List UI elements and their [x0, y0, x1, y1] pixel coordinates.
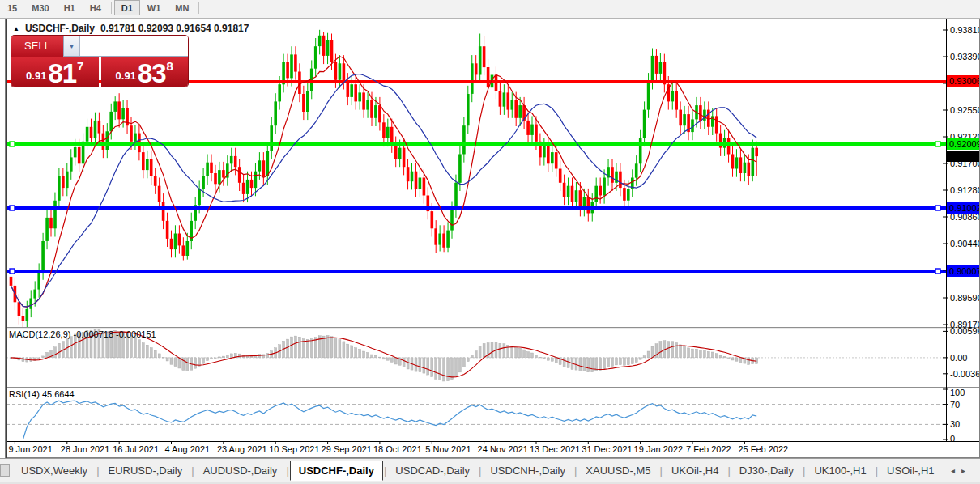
timeframe-15[interactable]: 15 [0, 0, 24, 15]
tab-dj30-daily[interactable]: DJ30-,Daily [731, 461, 802, 480]
timeframe-mn[interactable]: MN [168, 0, 196, 15]
ask-price-major: 0.91 [116, 70, 136, 82]
volume-decrease-button[interactable]: ▼ [64, 36, 80, 56]
price-tick-label: 0.90440 [950, 239, 980, 248]
tab-xauusd-m5[interactable]: XAUUSD-,M5 [577, 461, 658, 480]
current-price-tag: 0.91817 [947, 151, 980, 162]
date-tick-label: 28 Jun 2021 [61, 444, 110, 454]
price-tag-0.92009: 0.92009 [947, 138, 980, 150]
rsi-tick-label: 70 [950, 400, 960, 410]
chart-window: 0.938100.933900.929700.925500.921200.917… [5, 19, 980, 458]
ask-price-pips: 83 [138, 63, 166, 84]
timeframe-d1[interactable]: D1 [114, 0, 140, 15]
date-tick-label: 19 Jan 2022 [634, 444, 684, 454]
timeframe-w1[interactable]: W1 [140, 0, 168, 15]
price-tick-label: 0.93390 [950, 52, 980, 62]
sell-button[interactable]: SELL [11, 36, 63, 57]
price-tick-label: 0.91280 [950, 185, 980, 195]
svg-text:0.91817: 0.91817 [949, 151, 980, 161]
triangle-down-icon: ▼ [69, 44, 75, 49]
collapse-icon[interactable]: ▲ [13, 25, 19, 32]
volume-spinner: ▼ ▲ [63, 36, 188, 57]
bid-price-major: 0.91 [26, 70, 46, 82]
date-tick-label: 4 Aug 2021 [165, 444, 211, 454]
macd-label: MACD(12,26,9) -0.000718 -0.000151 [9, 329, 156, 339]
svg-text:0.91002: 0.91002 [949, 203, 980, 213]
svg-text:0.93006: 0.93006 [949, 76, 980, 86]
tab-usoil-h1[interactable]: USOil-,H1 [879, 461, 943, 480]
date-tick-label: 7 Feb 2022 [686, 444, 731, 454]
timeframe-h4[interactable]: H4 [83, 0, 109, 15]
toolbar-separator [198, 2, 199, 14]
svg-text:0.90007: 0.90007 [949, 266, 980, 276]
tab-uk100-h1[interactable]: UK100-,H1 [806, 461, 874, 480]
chart-ohlc-label: 0.91781 0.92093 0.91654 0.91817 [100, 23, 249, 34]
price-tick-label: 0.89590 [950, 293, 980, 303]
macd-tick-label: 0.005963 [950, 326, 980, 336]
line-handle[interactable] [10, 206, 15, 210]
timeframe-toolbar: 15M30H1H4D1W1MN [0, 0, 980, 19]
date-tick-label: 25 Feb 2022 [738, 444, 788, 454]
timeframe-m30[interactable]: M30 [24, 0, 56, 15]
tab-usdcad-daily[interactable]: USDCAD-,Daily [387, 461, 478, 480]
macd-tick-label: -0.003664 [950, 369, 980, 379]
date-tick-label: 16 Jul 2021 [113, 444, 159, 454]
tab-usdchf-daily[interactable]: USDCHF-,Daily [290, 461, 383, 481]
toolbar-separator [111, 2, 112, 14]
tabs-scroll-right-icon[interactable]: ▸ [961, 466, 972, 475]
date-tick-label: 9 Jun 2021 [8, 444, 52, 454]
line-handle[interactable] [935, 206, 940, 210]
bid-price[interactable]: 0.91817 [11, 57, 99, 87]
tabs-scroll-left-icon[interactable]: ◂ [951, 466, 961, 475]
chart-title: ▲ USDCHF-,Daily 0.91781 0.92093 0.91654 … [13, 23, 249, 34]
rsi-tick-label: 30 [950, 419, 960, 429]
date-tick-label: 24 Nov 2021 [478, 444, 528, 454]
macd-tick-label: 0.00 [950, 353, 967, 363]
price-tag-0.91002: 0.91002 [947, 202, 980, 214]
line-handle[interactable] [10, 269, 15, 274]
hline-0.91002[interactable] [6, 206, 946, 210]
hline-0.90007[interactable] [6, 269, 946, 274]
ask-price-point: 8 [167, 59, 173, 73]
line-handle[interactable] [10, 142, 15, 146]
tab-ukoil-h4[interactable]: UKOil-,H4 [663, 461, 727, 480]
tab-audusd-daily[interactable]: AUDUSD-,Daily [195, 461, 286, 480]
timeframe-h1[interactable]: H1 [57, 0, 83, 15]
svg-text:0.92009: 0.92009 [949, 139, 980, 149]
rsi-line [23, 401, 756, 439]
date-tick-label: 10 Sep 2021 [269, 444, 319, 454]
date-tick-label: 5 Nov 2021 [425, 444, 471, 454]
line-handle[interactable] [935, 142, 940, 146]
date-tick-label: 13 Dec 2021 [530, 444, 580, 454]
tab-usdcnh-daily[interactable]: USDCNH-,Daily [482, 461, 573, 480]
chart-symbol-label: USDCHF-,Daily [25, 23, 95, 34]
bid-price-pips: 81 [48, 63, 76, 84]
rsi-label: RSI(14) 45.6644 [9, 389, 75, 399]
date-tick-label: 31 Dec 2021 [582, 444, 632, 454]
bid-price-point: 7 [77, 59, 83, 73]
date-tick-label: 18 Oct 2021 [373, 444, 422, 454]
rsi-tick-label: 100 [950, 388, 965, 397]
tab-corner-box [0, 464, 10, 477]
line-handle[interactable] [935, 269, 940, 274]
chart-tab-bar: USDX,Weekly|EURUSD-,Daily|AUDUSD-,Daily|… [0, 458, 980, 482]
ask-price[interactable]: 0.91838 [101, 57, 189, 87]
date-tick-label: 23 Aug 2021 [217, 444, 267, 454]
one-click-trading-panel: SELL ▼ ▲ BUY 0.91817 0.91838 [11, 36, 188, 87]
price-tick-label: 0.93810 [950, 25, 980, 35]
volume-input[interactable] [80, 36, 188, 56]
tab-eurusd-daily[interactable]: EURUSD-,Daily [100, 461, 191, 480]
rsi-tick-label: 0 [950, 434, 955, 444]
date-tick-label: 29 Sep 2021 [322, 444, 372, 454]
price-tag-0.93006: 0.93006 [947, 75, 980, 87]
price-tag-0.90007: 0.90007 [947, 265, 980, 277]
tab-usdx-weekly[interactable]: USDX,Weekly [13, 461, 96, 480]
price-tick-label: 0.92550 [950, 105, 980, 115]
